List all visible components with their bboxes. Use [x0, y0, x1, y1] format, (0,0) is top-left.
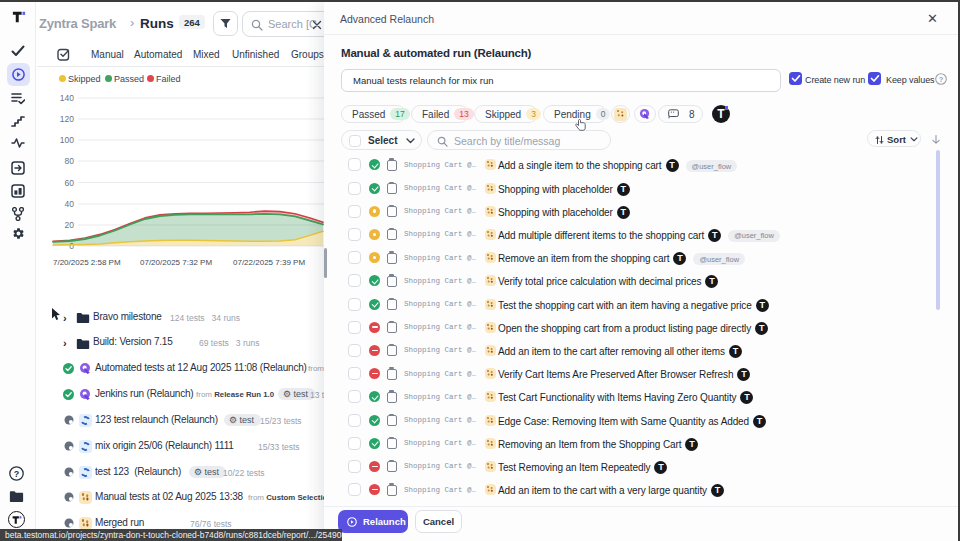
svg-text:?: ? [939, 75, 944, 84]
svg-text:?: ? [14, 469, 20, 479]
